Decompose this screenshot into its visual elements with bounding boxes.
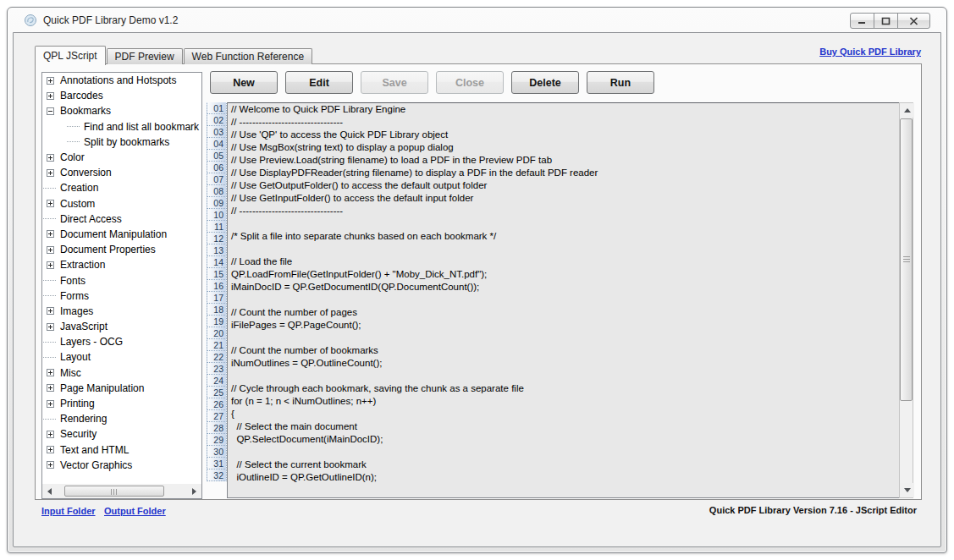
horizontal-scroll-thumb[interactable] [64,486,164,497]
toolbar-button[interactable]: Edit [285,71,353,94]
tree-expand-icon[interactable] [47,261,54,269]
tab-page-qpl-jscript: Annotations and Hotspots Barcodes Bookma… [35,63,922,500]
tree-item[interactable]: Security [42,426,201,442]
vertical-scroll-thumb[interactable] [900,118,913,401]
tree-item-label: Direct Access [60,213,122,225]
tree-item[interactable]: Printing [42,396,201,411]
tree-item[interactable]: Document Manipulation [42,227,201,242]
toolbar-button[interactable]: Delete [511,71,579,94]
code-line: iNumOutlines = QP.OutlineCount(); [228,357,899,370]
tree-expand-icon[interactable] [47,461,54,469]
tree-item[interactable]: Split by bookmarks [42,135,201,150]
code-line: // -------------------------------- [228,116,899,129]
tree-item[interactable]: Find and list all bookmark [42,119,201,135]
tree-item[interactable]: Bookmarks [42,103,201,118]
code-line: // Use GetInputFolder() to access the de… [228,192,899,205]
vertical-scroll-track[interactable] [900,118,913,483]
tree-item[interactable]: Document Properties [42,242,201,257]
script-tree[interactable]: Annotations and Hotspots Barcodes Bookma… [41,72,202,499]
tree-expand-icon[interactable] [47,431,54,438]
tree-expand-icon[interactable] [47,384,54,392]
tree-item[interactable]: Custom [42,196,201,211]
tree-item[interactable]: Forms [42,288,201,304]
minimize-button[interactable] [850,13,874,29]
tree-item[interactable]: Images [42,304,201,319]
tree-expand-icon[interactable] [47,292,54,299]
code-line: // -------------------------------- [228,205,899,217]
tree-item[interactable]: Vector Graphics [42,458,201,473]
tree-expand-icon[interactable] [47,200,54,207]
tree-expand-icon[interactable] [47,323,54,331]
line-number: 14 [207,255,227,268]
tab[interactable]: QPL JScript [35,46,106,65]
scroll-right-button[interactable] [187,484,201,498]
tree-expand-icon[interactable] [70,123,78,130]
tree-item[interactable]: Conversion [42,165,201,180]
version-status-text: Quick PDF Library Version 7.16 - JScript… [709,505,917,515]
maximize-icon [881,17,891,25]
tree-item[interactable]: Creation [42,180,201,195]
tab-label: Web Function Reference [192,51,305,63]
tree-item[interactable]: Direct Access [42,211,201,227]
tree-expand-icon[interactable] [47,246,54,254]
scroll-down-button[interactable] [900,483,914,497]
tree-expand-icon[interactable] [47,338,54,346]
tree-item[interactable]: Annotations and Hotspots [42,73,201,88]
tree-expand-icon[interactable] [47,230,54,238]
tree-expand-icon[interactable] [47,154,54,162]
code-line: // Welcome to Quick PDF Library Engine [228,103,899,116]
tree-item[interactable]: Rendering [42,411,201,426]
toolbar-button[interactable]: Save [361,71,428,94]
scroll-up-button[interactable] [900,103,914,118]
tree-expand-icon[interactable] [47,92,54,100]
toolbar-button[interactable]: Close [436,71,504,94]
tree-item[interactable]: Layers - OCG [42,334,201,349]
maximize-button[interactable] [874,13,898,29]
line-number: 23 [207,362,227,375]
line-number: 07 [207,173,227,185]
buy-quick-pdf-library-link[interactable]: Buy Quick PDF Library [819,47,921,57]
input-folder-link[interactable]: Input Folder [41,506,96,516]
tree-item[interactable]: Layout [42,349,201,365]
close-button[interactable] [897,13,930,29]
tab[interactable]: Web Function Reference [184,48,313,64]
tab-label: QPL JScript [43,50,97,62]
tree-expand-icon[interactable] [47,77,54,85]
tree-item[interactable]: JavaScript [42,319,201,334]
tree-expand-icon[interactable] [47,400,54,408]
tree-expand-icon[interactable] [47,169,54,177]
tree-expand-icon[interactable] [47,277,54,284]
tree-expand-icon[interactable] [47,415,54,423]
tree-expand-icon[interactable] [47,184,54,192]
tree-horizontal-scrollbar[interactable] [42,484,201,498]
tree-item[interactable]: Color [42,150,201,165]
tree-item[interactable]: Fonts [42,272,201,288]
tree-item[interactable]: Misc [42,365,201,381]
tree-item[interactable]: Page Manipulation [42,381,201,396]
editor-vertical-scrollbar[interactable] [899,102,913,498]
code-line: iMainDocID = QP.GetDocumentID(QP.Documen… [228,281,899,294]
tree-item-label: Find and list all bookmark [84,121,199,133]
arrow-right-icon [192,488,196,495]
toolbar-button[interactable]: New [210,71,278,94]
tree-expand-icon[interactable] [47,107,54,115]
toolbar-button[interactable]: Run [587,71,654,94]
tree-item[interactable]: Barcodes [42,88,201,103]
tab[interactable]: PDF Preview [107,48,183,64]
tree-item[interactable]: Text and HTML [42,442,201,458]
tree-expand-icon[interactable] [47,369,54,376]
scroll-left-button[interactable] [42,484,57,498]
tree-expand-icon[interactable] [47,307,54,315]
code-area[interactable]: // Welcome to Quick PDF Library Engine /… [227,102,899,498]
script-editor: 01 02 03 04 05 06 07 08 [207,102,913,498]
tree-expand-icon[interactable] [47,446,54,453]
tree-item-label: Annotations and Hotspots [60,74,176,86]
code-line: // Load the file [228,255,899,268]
line-number: 11 [207,220,227,233]
output-folder-link[interactable]: Output Folder [104,506,166,516]
tree-expand-icon[interactable] [70,138,78,145]
tree-item[interactable]: Extraction [42,257,201,272]
code-line: iFilePages = QP.PageCount(); [228,319,899,332]
tree-expand-icon[interactable] [47,354,54,361]
tree-expand-icon[interactable] [47,215,54,222]
